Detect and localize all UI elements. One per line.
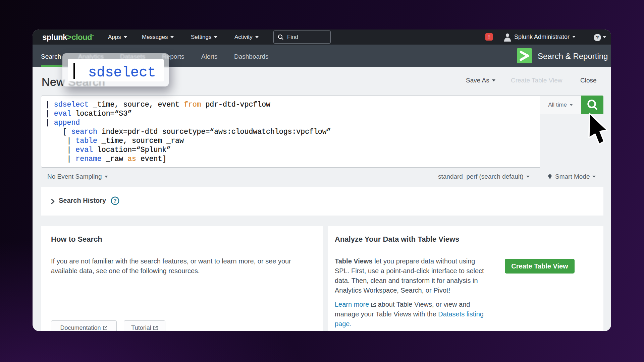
svg-text:?: ? [113,198,117,204]
